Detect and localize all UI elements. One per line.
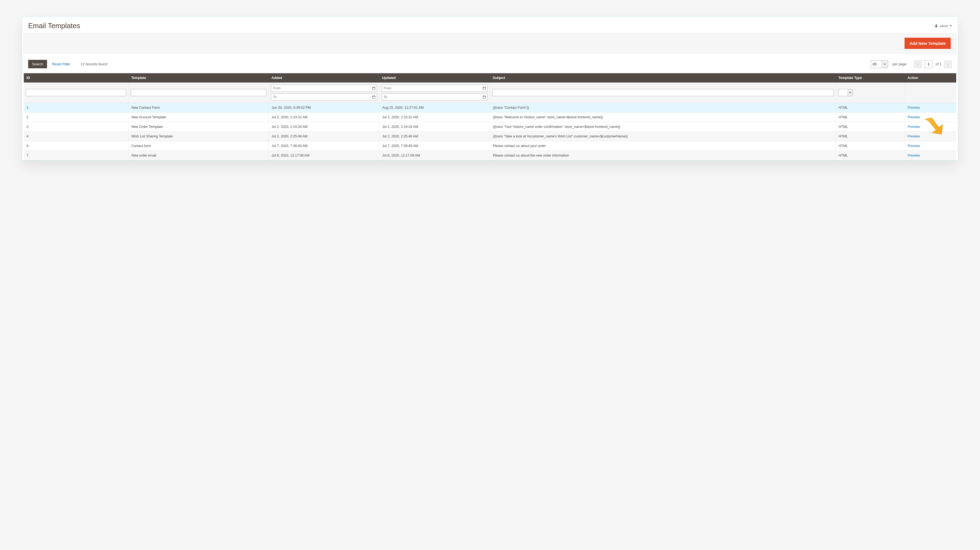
filter-row bbox=[24, 82, 956, 103]
table-row[interactable]: 2New Account TemplateJul 2, 2020, 2:23:3… bbox=[24, 113, 956, 122]
filter-added-from[interactable] bbox=[271, 85, 377, 92]
next-page-button[interactable]: › bbox=[944, 60, 952, 68]
page-size-input[interactable] bbox=[870, 60, 882, 68]
filter-added-from-input[interactable] bbox=[271, 86, 371, 90]
col-added[interactable]: Added bbox=[269, 73, 380, 82]
table-row[interactable]: 1New Contact FormJun 30, 2020, 9:39:02 P… bbox=[24, 103, 956, 113]
per-page-label: per page bbox=[892, 62, 907, 66]
action-bar: Add New Template bbox=[23, 33, 957, 54]
preview-link[interactable]: Preview bbox=[908, 154, 920, 157]
cell-template: New Order Template bbox=[129, 122, 269, 132]
filter-added-to[interactable] bbox=[271, 94, 377, 101]
cell-action: Preview bbox=[905, 103, 956, 113]
filter-subject-input[interactable] bbox=[492, 89, 833, 96]
table-row[interactable]: 7New order emailJul 8, 2020, 12:17:09 AM… bbox=[24, 151, 956, 160]
filter-updated-to-input[interactable] bbox=[382, 95, 482, 99]
cell-action: Preview bbox=[905, 141, 956, 151]
col-id[interactable]: ID bbox=[24, 73, 129, 82]
cell-id: 2 bbox=[24, 113, 129, 122]
cell-added: Jul 8, 2020, 12:17:09 AM bbox=[269, 151, 380, 160]
cell-added: Jul 7, 2020, 7:38:40 AM bbox=[269, 141, 380, 151]
caret-down-icon bbox=[884, 63, 886, 65]
cell-subject: {{trans "Take a look at %customer_name's… bbox=[490, 132, 835, 141]
preview-link[interactable]: Preview bbox=[908, 125, 920, 129]
add-new-template-button[interactable]: Add New Template bbox=[905, 38, 951, 49]
cell-subject: {{trans "Your %store_name order confirma… bbox=[490, 122, 835, 132]
cell-type: HTML bbox=[835, 141, 905, 151]
header: Email Templates admin bbox=[22, 17, 958, 33]
templates-table: ID Template Added Updated Subject Templa… bbox=[24, 73, 956, 160]
search-button[interactable]: Search bbox=[28, 60, 47, 68]
cell-updated: Jul 2, 2020, 2:25:48 AM bbox=[379, 132, 490, 141]
cell-type: HTML bbox=[835, 151, 905, 160]
cell-updated: Aug 15, 2020, 12:27:01 AM bbox=[379, 103, 490, 113]
cell-template: New Account Template bbox=[129, 113, 269, 122]
cell-added: Jun 30, 2020, 9:39:02 PM bbox=[269, 103, 380, 113]
cell-id: 1 bbox=[24, 103, 129, 113]
cell-id: 6 bbox=[24, 141, 129, 151]
cell-updated: Jul 2, 2020, 2:23:31 AM bbox=[379, 113, 490, 122]
calendar-icon[interactable] bbox=[481, 95, 487, 99]
filter-updated-from-input[interactable] bbox=[382, 86, 482, 90]
chevron-down-icon bbox=[950, 25, 952, 27]
cell-template: Contact form bbox=[129, 141, 269, 151]
table-row[interactable]: 3New Order TemplateJul 2, 2020, 2:24:34 … bbox=[24, 122, 956, 132]
cell-updated: Jul 8, 2020, 12:17:09 AM bbox=[379, 151, 490, 160]
preview-link[interactable]: Preview bbox=[908, 115, 920, 119]
cell-updated: Jul 7, 2020, 7:39:45 AM bbox=[379, 141, 490, 151]
cell-updated: Jul 2, 2020, 2:24:34 AM bbox=[379, 122, 490, 132]
page-size-dropdown-button[interactable] bbox=[882, 60, 888, 68]
username: admin bbox=[940, 24, 948, 28]
cell-type: HTML bbox=[835, 122, 905, 132]
filter-id-input[interactable] bbox=[26, 89, 126, 96]
cell-added: Jul 2, 2020, 2:24:34 AM bbox=[269, 122, 380, 132]
filter-updated-to[interactable] bbox=[382, 94, 488, 101]
col-type[interactable]: Template Type bbox=[835, 73, 905, 82]
table-header-row: ID Template Added Updated Subject Templa… bbox=[24, 73, 956, 82]
cell-subject: Please contact us about the new order in… bbox=[490, 151, 835, 160]
filter-added-to-input[interactable] bbox=[271, 95, 371, 99]
cell-action: Preview bbox=[905, 132, 956, 141]
chevron-left-icon: ‹ bbox=[917, 62, 918, 66]
cell-template: New order email bbox=[129, 151, 269, 160]
cell-id: 3 bbox=[24, 122, 129, 132]
cell-template: New Contact Form bbox=[129, 103, 269, 113]
cell-action: Preview bbox=[905, 113, 956, 122]
preview-link[interactable]: Preview bbox=[908, 144, 920, 148]
cell-id: 4 bbox=[24, 132, 129, 141]
cell-action: Preview bbox=[905, 122, 956, 132]
col-subject[interactable]: Subject bbox=[490, 73, 835, 82]
calendar-icon[interactable] bbox=[371, 95, 377, 99]
col-updated[interactable]: Updated bbox=[379, 73, 490, 82]
cell-action: Preview bbox=[905, 151, 956, 160]
cell-id: 7 bbox=[24, 151, 129, 160]
cell-subject: {{trans "Contact Form"}} bbox=[490, 103, 835, 113]
prev-page-button[interactable]: ‹ bbox=[914, 60, 922, 68]
of-pages-label: of 1 bbox=[935, 62, 942, 66]
main-panel: Email Templates admin Add New Template S… bbox=[22, 16, 958, 161]
page-number-input[interactable] bbox=[924, 60, 933, 68]
filter-type-select[interactable] bbox=[838, 89, 853, 96]
chevron-right-icon: › bbox=[947, 62, 948, 66]
user-menu[interactable]: admin bbox=[934, 24, 952, 28]
filter-template-input[interactable] bbox=[131, 89, 266, 96]
filter-updated-from[interactable] bbox=[382, 85, 488, 92]
page-title: Email Templates bbox=[28, 22, 80, 30]
cell-added: Jul 2, 2020, 2:23:31 AM bbox=[269, 113, 380, 122]
cell-added: Jul 2, 2020, 2:25:48 AM bbox=[269, 132, 380, 141]
cell-subject: {{trans "Welcome to %store_name" store_n… bbox=[490, 113, 835, 122]
col-template[interactable]: Template bbox=[129, 73, 269, 82]
filter-type-dropdown-button[interactable] bbox=[848, 89, 853, 96]
cell-subject: Please contact us about your order bbox=[490, 141, 835, 151]
table-row[interactable]: 6Contact formJul 7, 2020, 7:38:40 AMJul … bbox=[24, 141, 956, 151]
preview-link[interactable]: Preview bbox=[908, 106, 920, 109]
preview-link[interactable]: Preview bbox=[908, 135, 920, 138]
calendar-icon[interactable] bbox=[481, 86, 487, 90]
table-row[interactable]: 4Wish List Sharing TemplateJul 2, 2020, … bbox=[24, 132, 956, 141]
calendar-icon[interactable] bbox=[371, 86, 377, 90]
reset-filter-link[interactable]: Reset Filter bbox=[52, 62, 70, 66]
user-icon bbox=[934, 24, 938, 28]
caret-down-icon bbox=[849, 92, 851, 93]
col-action: Action bbox=[905, 73, 956, 82]
records-found-label: 12 records found bbox=[81, 62, 107, 66]
